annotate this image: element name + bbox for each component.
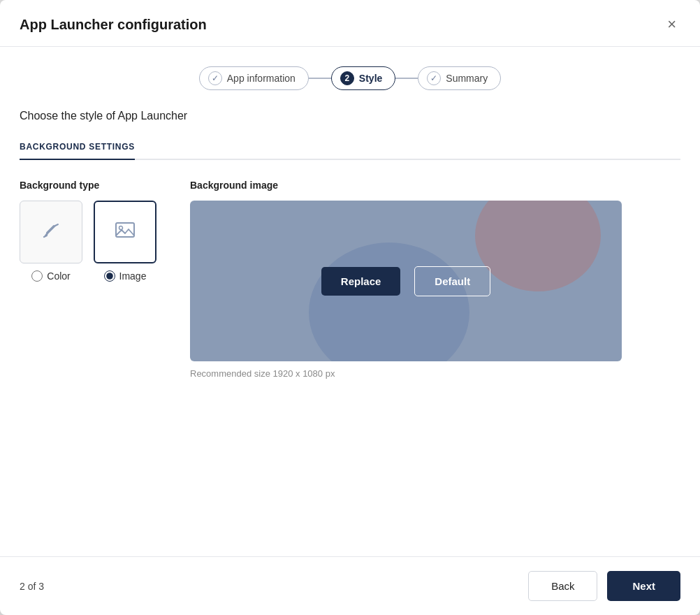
bg-shape-1 xyxy=(309,243,469,361)
content-area: Background type xyxy=(20,180,680,379)
step-app-information-label: App information xyxy=(227,73,296,84)
step-summary-label: Summary xyxy=(446,73,488,84)
color-radio[interactable] xyxy=(31,270,43,282)
dialog-header: App Launcher configuration × xyxy=(0,0,700,47)
dialog-title: App Launcher configuration xyxy=(20,17,207,33)
image-radio-row: Image xyxy=(104,270,147,282)
next-button[interactable]: Next xyxy=(607,571,680,601)
bg-type-card-image: Image xyxy=(94,201,156,282)
step-info: 2 of 3 xyxy=(20,581,44,592)
color-radio-row: Color xyxy=(31,270,70,282)
image-icon xyxy=(112,217,138,247)
svg-line-2 xyxy=(44,236,47,237)
bg-type-box-color[interactable] xyxy=(20,201,82,263)
close-button[interactable]: × xyxy=(663,15,680,34)
step-app-information[interactable]: ✓ App information xyxy=(199,66,309,90)
background-image-label: Background image xyxy=(190,180,680,191)
bg-type-card-color: Color xyxy=(20,201,82,282)
step-check-icon: ✓ xyxy=(208,71,222,85)
color-radio-label[interactable]: Color xyxy=(47,270,70,282)
bg-type-box-image[interactable] xyxy=(94,201,156,263)
step-style-label: Style xyxy=(359,73,382,84)
svg-rect-5 xyxy=(116,223,134,237)
step-summary-check-icon: ✓ xyxy=(427,71,441,85)
default-button[interactable]: Default xyxy=(414,266,490,296)
stepper: ✓ App information 2 Style ✓ Summary xyxy=(20,66,680,90)
svg-line-1 xyxy=(55,224,58,226)
step-summary[interactable]: ✓ Summary xyxy=(418,66,501,90)
tab-bar: BACKGROUND SETTINGS xyxy=(20,135,680,160)
step-connector-2 xyxy=(395,78,418,79)
svg-point-6 xyxy=(119,226,123,229)
step-number-icon: 2 xyxy=(340,71,354,85)
image-radio[interactable] xyxy=(104,270,115,282)
tab-background-settings[interactable]: BACKGROUND SETTINGS xyxy=(20,135,135,160)
app-launcher-config-dialog: App Launcher configuration × ✓ App infor… xyxy=(0,0,700,615)
bg-image-buttons: Replace Default xyxy=(321,266,490,296)
background-type-options: Color xyxy=(20,201,156,282)
step-style[interactable]: 2 Style xyxy=(331,66,395,90)
bg-shape-2 xyxy=(475,201,601,291)
background-image-preview: Replace Default xyxy=(190,201,622,361)
replace-button[interactable]: Replace xyxy=(321,267,401,296)
image-radio-label[interactable]: Image xyxy=(119,270,147,282)
dialog-body: ✓ App information 2 Style ✓ Summary Choo… xyxy=(0,47,700,556)
dialog-footer: 2 of 3 Back Next xyxy=(0,556,700,615)
footer-actions: Back Next xyxy=(528,571,680,601)
back-button[interactable]: Back xyxy=(528,571,597,601)
step-connector-1 xyxy=(309,78,331,79)
background-image-section: Background image Replace Default Recomme… xyxy=(190,180,680,379)
color-icon xyxy=(38,217,64,247)
background-type-label: Background type xyxy=(20,180,156,191)
background-type-section: Background type xyxy=(20,180,156,290)
bg-image-hint: Recommended size 1920 x 1080 px xyxy=(190,368,680,379)
section-heading: Choose the style of App Launcher xyxy=(20,110,680,122)
